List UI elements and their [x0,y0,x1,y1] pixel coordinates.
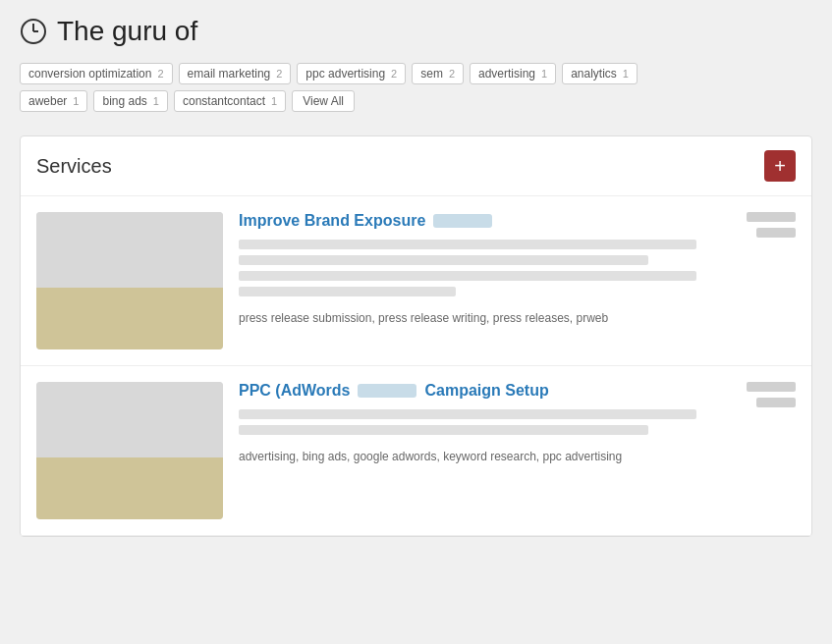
desc-line [239,409,696,419]
page-wrapper: The guru of conversion optimization2emai… [0,0,832,553]
tag-label: email marketing [188,67,271,80]
tags-row-2: aweber1bing ads1constantcontact1View All [20,90,812,112]
view-all-button[interactable]: View All [292,90,355,112]
service-title-link[interactable]: PPC (AdWords Campaign Setup [239,382,721,400]
tag-label: conversion optimization [28,67,151,80]
service-item: PPC (AdWords Campaign Setup advertising,… [21,366,811,536]
tag-count: 1 [623,68,629,80]
desc-line [239,240,696,249]
service-content: Improve Brand Exposure press release sub… [239,212,721,328]
tag[interactable]: ppc advertising2 [297,63,406,84]
tag-label: advertising [478,67,535,80]
service-title-text: Improve Brand Exposure [239,212,425,230]
service-title-badge [433,214,492,228]
service-title-badge [358,384,416,398]
tag-count: 1 [73,95,79,107]
tag[interactable]: constantcontact1 [174,90,286,112]
service-tags: press release submission, press release … [239,308,721,328]
desc-line [239,287,456,296]
tag-count: 2 [391,68,397,80]
tag[interactable]: bing ads1 [93,90,168,112]
service-thumbnail [36,212,223,349]
price-line [756,228,796,238]
service-title-suffix: Campaign Setup [424,382,548,400]
services-header: Services + [21,136,811,196]
tag-count: 2 [449,68,455,80]
thumb-bottom [36,457,223,519]
service-price [737,382,796,407]
tag-label: constantcontact [183,94,265,108]
thumb-top [36,382,223,457]
add-service-button[interactable]: + [764,150,796,182]
service-title-link[interactable]: Improve Brand Exposure [239,212,721,230]
tag[interactable]: aweber1 [20,90,87,112]
tag[interactable]: email marketing2 [179,63,292,84]
service-thumbnail [36,382,223,519]
tag-label: aweber [28,94,67,108]
tag-count: 1 [153,95,159,107]
tag-label: ppc advertising [305,67,385,80]
tag[interactable]: analytics1 [562,63,638,84]
tag[interactable]: conversion optimization2 [20,63,173,84]
service-tags: advertising, bing ads, google adwords, k… [239,447,721,466]
header: The guru of [20,16,812,47]
tag-label: sem [420,67,443,80]
desc-line [239,255,648,265]
service-item: Improve Brand Exposure press release sub… [21,196,811,366]
desc-line [239,271,696,281]
tag-label: bing ads [102,94,146,108]
desc-line [239,425,648,435]
services-section-title: Services [36,155,112,178]
tag[interactable]: advertising1 [470,63,556,84]
page-title: The guru of [57,16,197,47]
price-block [737,382,796,407]
tag-count: 2 [276,68,282,80]
price-line [756,398,796,407]
service-price [737,212,796,238]
tag-count: 1 [541,68,547,80]
services-section: Services + Improve Brand Exposure press … [20,135,812,537]
price-line [747,382,796,392]
tag-count: 1 [271,95,277,107]
price-line [747,212,796,222]
thumb-top [36,212,223,288]
tag-label: analytics [571,67,617,80]
service-title-text: PPC (AdWords [239,382,350,400]
tags-row-1: conversion optimization2email marketing2… [20,63,812,84]
tag-count: 2 [157,68,163,80]
tag[interactable]: sem2 [412,63,464,84]
tags-area: conversion optimization2email marketing2… [20,63,812,112]
price-block [737,212,796,238]
thumb-bottom [36,288,223,349]
service-content: PPC (AdWords Campaign Setup advertising,… [239,382,721,466]
clock-icon [20,18,47,45]
